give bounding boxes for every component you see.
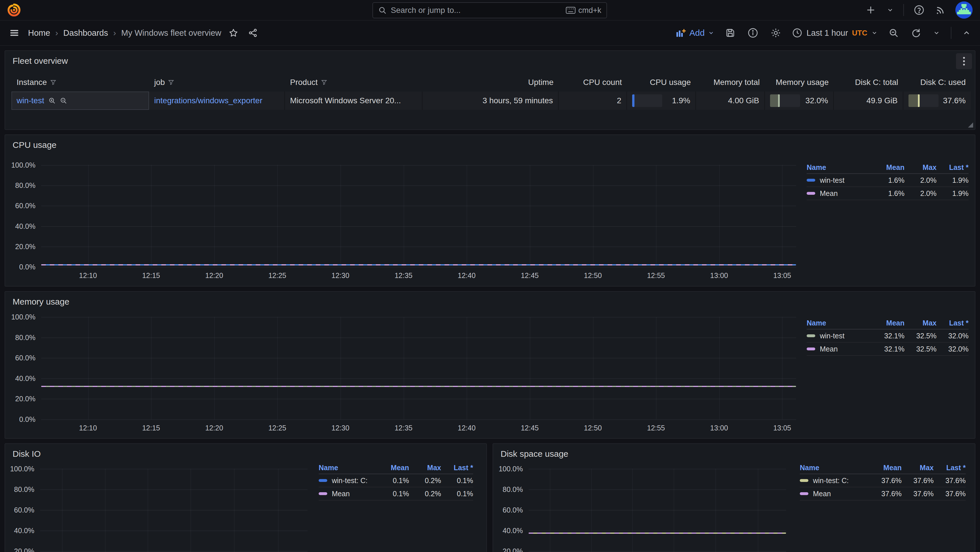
zoom-out-time-icon[interactable]: [887, 27, 900, 39]
legend-header-mean[interactable]: Mean: [870, 464, 902, 472]
disk-used-gauge: [908, 94, 939, 107]
column-header-memory-usage[interactable]: Memory usage: [765, 75, 834, 90]
breadcrumb: Home › Dashboards › My Windows fleet ove…: [28, 28, 221, 38]
column-header-memory-total[interactable]: Memory total: [696, 75, 765, 90]
series-swatch: [319, 492, 327, 495]
cell-product: Microsoft Windows Server 20...: [285, 92, 423, 110]
panel-cpu-usage: CPU usage 100.0%80.0%60.0%40.0%20.0%0.0%…: [5, 134, 975, 286]
legend-header-max[interactable]: Max: [902, 464, 934, 472]
series-swatch: [800, 479, 808, 482]
cell-disk-total: 49.9 GiB: [834, 92, 903, 110]
add-label: Add: [689, 28, 705, 38]
legend-header-last[interactable]: Last *: [934, 464, 966, 472]
share-dashboard-button[interactable]: [247, 27, 259, 39]
divider: [951, 27, 951, 39]
legend-header-name[interactable]: Name: [807, 163, 872, 172]
column-header-disk-total[interactable]: Disk C: total: [834, 75, 903, 90]
legend-header-mean[interactable]: Mean: [872, 163, 904, 172]
search-icon: [378, 6, 387, 14]
disk-space-chart[interactable]: 100.0%80.0%60.0%40.0%20.0%: [529, 469, 786, 552]
panel-memory-usage: Memory usage 100.0%80.0%60.0%40.0%20.0%0…: [5, 291, 975, 439]
legend-row[interactable]: win-test 32.1% 32.5% 32.0%: [807, 329, 969, 343]
column-header-uptime[interactable]: Uptime: [423, 75, 558, 90]
new-dashboard-button[interactable]: [864, 4, 877, 16]
filter-icon: [321, 79, 328, 86]
keyboard-icon: [566, 6, 576, 14]
breadcrumb-home[interactable]: Home: [28, 28, 50, 38]
panel-title: Disk IO: [5, 444, 486, 459]
panel-title: CPU usage: [5, 135, 975, 150]
panel-resize-handle[interactable]: [968, 122, 973, 127]
legend-header-last[interactable]: Last *: [937, 163, 969, 172]
timezone-label: UTC: [852, 29, 867, 37]
cell-instance: win-test: [11, 92, 149, 110]
breadcrumb-separator: ›: [113, 28, 116, 38]
dashboard-canvas: Fleet overview Instance job Product: [0, 46, 980, 552]
legend-header-max[interactable]: Max: [409, 464, 441, 472]
legend-row[interactable]: win-test: C: 37.6% 37.6% 37.6%: [800, 474, 966, 487]
disk-io-chart[interactable]: 100.0%80.0%60.0%40.0%20.0%: [40, 469, 307, 552]
panel-title: Disk space usage: [493, 444, 975, 459]
filter-icon: [168, 79, 175, 86]
refresh-interval-chevron[interactable]: [932, 28, 941, 37]
grafana-logo[interactable]: [8, 3, 21, 17]
breadcrumb-current: My Windows fleet overview: [121, 28, 221, 38]
search-input[interactable]: Search or jump to... cmd+k: [372, 2, 607, 18]
panel-title: Fleet overview: [5, 51, 975, 66]
fleet-table-header: Instance job Product Uptime CPU count CP…: [11, 75, 969, 90]
cell-job: integrations/windows_exporter: [149, 92, 285, 110]
time-range-picker[interactable]: Last 1 hour UTC: [792, 28, 878, 38]
legend-row[interactable]: win-test 1.6% 2.0% 1.9%: [807, 174, 969, 187]
zoom-out-filter-icon[interactable]: [59, 97, 67, 105]
panel-menu-icon[interactable]: [956, 53, 972, 69]
legend-row[interactable]: Mean 32.1% 32.5% 32.0%: [807, 343, 969, 356]
legend-header-max[interactable]: Max: [904, 319, 937, 327]
legend-header-name[interactable]: Name: [807, 319, 872, 327]
legend-header-last[interactable]: Last *: [937, 319, 969, 327]
instance-link[interactable]: win-test: [17, 96, 44, 105]
mega-menu-toggle[interactable]: [8, 27, 21, 39]
dashboard-settings-icon[interactable]: [769, 26, 782, 40]
zoom-in-filter-icon[interactable]: [48, 97, 56, 105]
column-header-product[interactable]: Product: [285, 75, 423, 90]
legend-row[interactable]: Mean 37.6% 37.6% 37.6%: [800, 487, 966, 501]
legend-row[interactable]: Mean 1.6% 2.0% 1.9%: [807, 187, 969, 200]
column-header-disk-used[interactable]: Disk C: used: [903, 75, 971, 90]
star-dashboard-button[interactable]: [228, 27, 239, 39]
disk-io-legend: Name Mean Max Last * win-test: C: 0.1% 0…: [319, 461, 473, 501]
add-panel-button[interactable]: Add: [676, 28, 714, 38]
keyboard-shortcut: cmd+k: [566, 6, 601, 15]
breadcrumb-dashboards[interactable]: Dashboards: [63, 28, 108, 38]
dashboard-insights-icon[interactable]: [746, 26, 759, 40]
column-header-job[interactable]: job: [149, 75, 285, 90]
new-dropdown-chevron[interactable]: [886, 5, 895, 14]
legend-header-max[interactable]: Max: [904, 163, 937, 172]
memory-usage-chart[interactable]: 100.0%80.0%60.0%40.0%20.0%0.0%12:1012:15…: [41, 317, 796, 419]
help-icon[interactable]: [913, 3, 926, 17]
save-dashboard-icon[interactable]: [724, 27, 737, 39]
legend-header-last[interactable]: Last *: [441, 464, 473, 472]
collapse-toolbar-icon[interactable]: [961, 27, 972, 38]
cell-memory-total: 4.00 GiB: [696, 92, 765, 110]
legend-header-name[interactable]: Name: [319, 464, 377, 472]
cpu-usage-chart[interactable]: 100.0%80.0%60.0%40.0%20.0%0.0%12:1012:15…: [41, 165, 796, 267]
series-swatch: [807, 192, 815, 195]
series-swatch: [800, 492, 808, 495]
user-avatar[interactable]: [955, 2, 972, 19]
search-placeholder: Search or jump to...: [391, 6, 562, 15]
fleet-table: Instance job Product Uptime CPU count CP…: [11, 75, 969, 110]
legend-header-name[interactable]: Name: [800, 464, 870, 472]
news-rss-icon[interactable]: [934, 4, 947, 16]
legend-header-mean[interactable]: Mean: [377, 464, 409, 472]
job-link[interactable]: integrations/windows_exporter: [154, 96, 262, 105]
refresh-icon[interactable]: [910, 27, 922, 39]
column-header-cpu-usage[interactable]: CPU usage: [627, 75, 696, 90]
legend-row[interactable]: win-test: C: 0.1% 0.2% 0.1%: [319, 474, 473, 487]
memory-usage-gauge: [770, 94, 800, 107]
legend-row[interactable]: Mean 0.1% 0.2% 0.1%: [319, 487, 473, 501]
series-swatch: [807, 347, 815, 350]
legend-header-mean[interactable]: Mean: [872, 319, 904, 327]
column-header-instance[interactable]: Instance: [11, 75, 149, 90]
column-header-cpu-count[interactable]: CPU count: [558, 75, 627, 90]
grafana-app: Search or jump to... cmd+k: [0, 0, 980, 552]
